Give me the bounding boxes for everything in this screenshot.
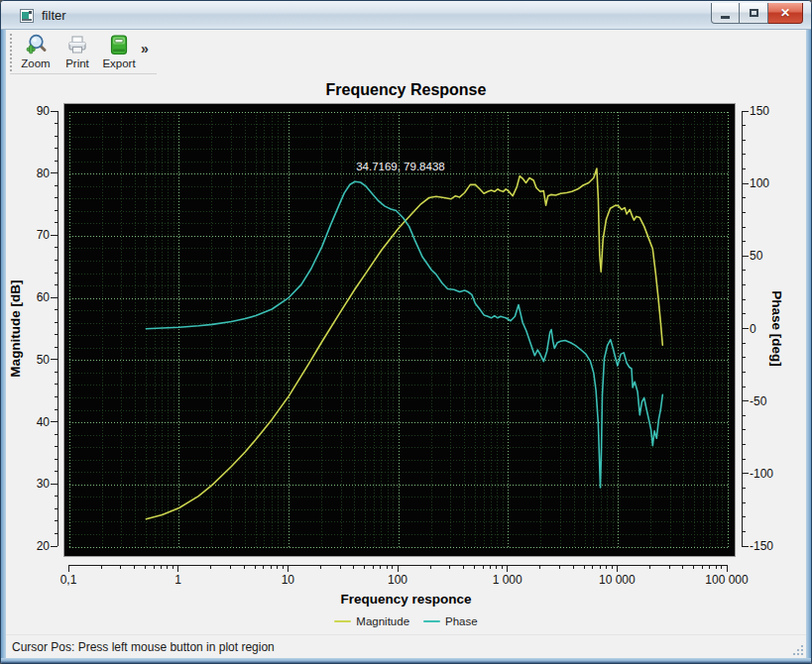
right-tick-label: 50 xyxy=(750,248,762,264)
legend-swatch xyxy=(334,620,351,622)
legend-label: Phase xyxy=(445,615,478,627)
toolbar-overflow-chevron[interactable]: » xyxy=(141,41,149,56)
x-tick-label: 1 xyxy=(139,572,218,588)
window-title: filter xyxy=(42,8,66,23)
right-tick-label: -100 xyxy=(750,466,773,482)
left-tick-label: 30 xyxy=(10,476,50,492)
left-tick-label: 20 xyxy=(10,538,50,554)
plot-region[interactable]: 34.7169, 79.8438 xyxy=(63,103,736,557)
app-window: filter ✕ xyxy=(0,0,812,664)
maximize-button[interactable] xyxy=(740,3,768,24)
right-tick-label: -50 xyxy=(750,393,766,409)
x-tick-label: 10 000 xyxy=(577,572,656,588)
window-frame-right xyxy=(806,30,811,663)
right-axis-title: Phase [deg] xyxy=(769,265,784,393)
x-tick-label: 100 000 xyxy=(687,572,766,588)
x-tick-label: 100 xyxy=(358,572,437,588)
x-axis-title: Frequency responce xyxy=(6,592,806,607)
print-button-label: Print xyxy=(65,57,89,69)
export-button[interactable]: Export xyxy=(99,33,139,69)
window-frame-left xyxy=(1,30,6,663)
export-button-label: Export xyxy=(102,57,135,69)
legend-item-magnitude: Magnitude xyxy=(334,615,409,627)
client-area: Zoom Print xyxy=(6,30,806,658)
print-button[interactable]: Print xyxy=(58,33,97,69)
right-tick-label: 100 xyxy=(750,175,769,191)
right-tick-label: -150 xyxy=(750,538,773,554)
window-frame-bottom xyxy=(1,658,811,663)
legend-label: Magnitude xyxy=(356,615,409,627)
toolbar: Zoom Print xyxy=(6,30,806,75)
title-bar[interactable]: filter ✕ xyxy=(1,1,811,30)
export-document-icon xyxy=(107,33,131,56)
resize-grip[interactable] xyxy=(792,644,804,656)
status-bar: Cursor Pos: Press left mouse button in p… xyxy=(6,634,806,658)
chart-panel: Frequency Response 34.7169, 79.8438 9080… xyxy=(6,75,806,636)
zoom-button-label: Zoom xyxy=(21,57,50,69)
chart-title: Frequency Response xyxy=(6,81,806,99)
toolbar-band: Zoom Print xyxy=(10,33,157,74)
legend: MagnitudePhase xyxy=(6,615,806,627)
maximize-icon xyxy=(750,9,758,17)
left-axis-title: Magnitude [dB] xyxy=(8,265,23,393)
minimize-icon xyxy=(721,16,730,19)
x-tick-label: 1 000 xyxy=(468,572,547,588)
legend-swatch xyxy=(423,620,440,622)
close-icon: ✕ xyxy=(780,6,790,20)
zoom-magnifier-plus-icon xyxy=(24,33,48,56)
left-tick-label: 70 xyxy=(10,227,50,243)
status-text: Cursor Pos: Press left mouse button in p… xyxy=(12,640,275,654)
window-controls: ✕ xyxy=(711,3,803,24)
left-tick-label: 80 xyxy=(10,166,50,181)
x-tick-label: 10 xyxy=(248,572,327,588)
legend-item-phase: Phase xyxy=(423,615,478,627)
x-tick-label: 0,1 xyxy=(29,572,108,588)
cursor-annotation: 34.7169, 79.8438 xyxy=(356,161,445,172)
toolbar-grip-handle[interactable] xyxy=(10,34,13,71)
left-tick-label: 40 xyxy=(10,414,50,430)
right-tick-label: 0 xyxy=(750,321,756,337)
minimize-button[interactable] xyxy=(711,3,740,24)
zoom-button[interactable]: Zoom xyxy=(16,33,56,69)
app-icon xyxy=(20,9,34,23)
printer-icon xyxy=(65,33,89,56)
close-button[interactable]: ✕ xyxy=(768,3,803,24)
right-tick-label: 150 xyxy=(750,103,769,119)
left-tick-label: 90 xyxy=(10,103,50,119)
